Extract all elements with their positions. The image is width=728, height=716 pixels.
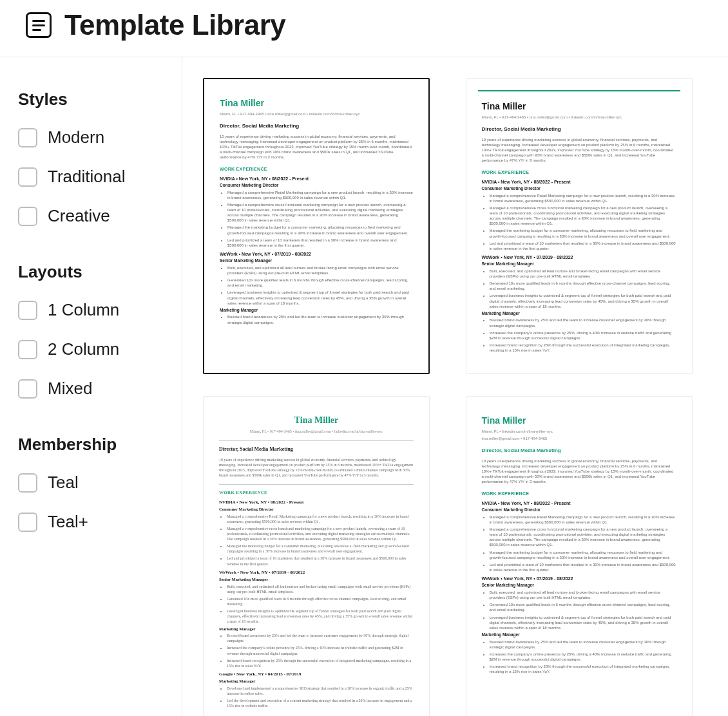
template-card-3[interactable]: Tina Miller Miami, FL • 917-494-3465 • t…: [203, 396, 430, 716]
resume-bullet: Managed a comprehensive cross functional…: [227, 526, 414, 542]
resume-bullet: Increased the company's online presence …: [490, 652, 676, 662]
resume-job-title: Senior Marketing Manager: [482, 261, 676, 267]
resume-bullet: Managed a comprehensive cross functional…: [227, 202, 413, 223]
filter-heading-styles: Styles: [18, 90, 164, 109]
filter-option-creative[interactable]: Creative: [18, 206, 164, 226]
checkbox-icon: [18, 513, 37, 532]
resume-job-line: NVIDIA • New York, NY • 08/2022 - Presen…: [482, 179, 676, 185]
resume-job-title: Consumer Marketing Director: [482, 186, 676, 192]
filter-option-2column[interactable]: 2 Column: [18, 339, 164, 359]
resume-bullet: Managed a comprehensive cross functional…: [490, 527, 676, 547]
resume-role: Director, Social Media Marketing: [482, 126, 676, 133]
resume-job-title: Marketing Manager: [219, 626, 414, 632]
resume-role: Director, Social Media Marketing: [219, 446, 414, 453]
accent-line: [478, 90, 680, 91]
filter-group-layouts: Layouts 1 Column 2 Column Mixed: [18, 262, 164, 399]
resume-bullet: Increased brand recognition by 25% throu…: [227, 658, 414, 668]
filter-label: Modern: [48, 127, 104, 147]
checkbox-icon: [18, 473, 37, 493]
resume-role: Director, Social Media Marketing: [220, 123, 413, 130]
resume-bullet: Led and prioritized a team of 10 markete…: [227, 556, 414, 566]
checkbox-icon: [18, 207, 37, 226]
resume-bullet: Leveraged business insights to optimized…: [227, 608, 414, 624]
filter-option-tealplus[interactable]: Teal+: [18, 512, 164, 532]
resume-bullet: Led and prioritized a team of 10 markete…: [490, 241, 676, 251]
filter-sidebar: Styles Modern Traditional Creative Layou…: [0, 57, 182, 716]
resume-job-line: Google • New York, NY • 04/2015 - 07/201…: [219, 672, 414, 677]
filter-option-teal[interactable]: Teal: [18, 473, 164, 493]
resume-bullet: Led and prioritized a team of 10 markete…: [490, 562, 676, 572]
resume-bullet: Led and prioritized a team of 10 markete…: [227, 238, 413, 248]
resume-bullet: Built, executed, and optimized all lead …: [490, 590, 676, 600]
resume-job-line: NVIDIA • New York, NY • 08/2022 - Presen…: [482, 500, 676, 506]
checkbox-icon: [18, 379, 37, 399]
resume-summary: 10 years of experience driving marketing…: [482, 458, 676, 484]
filter-label: Teal: [48, 473, 79, 493]
resume-job-title: Senior Marketing Manager: [482, 583, 676, 589]
resume-job-line: NVIDIA • New York, NY • 08/2022 - Presen…: [219, 500, 414, 505]
resume-job-title: Consumer Marketing Director: [482, 507, 676, 513]
resume-section-heading: WORK EXPERIENCE: [219, 490, 414, 496]
resume-bullet: Generated 10x more qualified leads in 6 …: [490, 281, 676, 291]
resume-job-title: Marketing Manager: [219, 679, 414, 684]
filter-group-membership: Membership Teal Teal+: [18, 435, 164, 532]
resume-bullet: Increased brand recognition by 25% throu…: [490, 664, 676, 674]
resume-job-title: Marketing Manager: [482, 311, 676, 317]
resume-section-heading: WORK EXPERIENCE: [482, 491, 676, 496]
resume-role: Director, Social Media Marketing: [482, 448, 676, 455]
resume-bullet: Boosted brand awareness by 25% and led t…: [227, 633, 414, 643]
resume-job-title: Consumer Marketing Director: [219, 507, 414, 513]
divider: [219, 484, 414, 485]
resume-bullet: Managed a comprehensive cross functional…: [490, 205, 676, 226]
resume-job-line: NVIDIA • New York, NY • 08/2022 - Presen…: [220, 176, 413, 182]
filter-option-1column[interactable]: 1 Column: [18, 300, 164, 320]
filter-option-traditional[interactable]: Traditional: [18, 167, 164, 187]
resume-job-title: Consumer Marketing Director: [220, 183, 413, 189]
filter-label: Mixed: [48, 379, 92, 399]
resume-bullet: Boosted brand awareness by 25% and led t…: [490, 317, 676, 328]
resume-contact: tina.miller@gmail.com • 917-494-3465: [482, 436, 676, 441]
template-card-2[interactable]: Tina Miller Miami, FL • 917-494-3465 • t…: [466, 78, 693, 374]
library-icon: [26, 12, 52, 38]
resume-name: Tina Miller: [219, 415, 414, 427]
resume-bullet: Built, executed, and optimized all lead …: [227, 265, 413, 276]
template-card-1[interactable]: Tina Miller Miami, FL • 917-494-3465 • t…: [203, 78, 430, 374]
checkbox-icon: [18, 301, 37, 320]
filter-label: 1 Column: [48, 300, 119, 320]
filter-heading-layouts: Layouts: [18, 262, 164, 282]
resume-summary: 10 years of experience driving marketing…: [482, 137, 676, 163]
resume-bullet: Boosted brand awareness by 25% and led t…: [490, 639, 676, 650]
resume-bullet: Leveraged business insights to optimized…: [490, 293, 676, 308]
checkbox-icon: [18, 167, 37, 187]
resume-name: Tina Miller: [482, 415, 676, 427]
resume-bullet: Managed the marketing budget for a consu…: [227, 543, 414, 554]
resume-bullet: Increased the company's online presence …: [227, 645, 414, 655]
resume-summary: 10 years of experience driving marketing…: [220, 134, 413, 160]
resume-bullet: Increased brand recognition by 25% throu…: [490, 343, 676, 353]
filter-option-modern[interactable]: Modern: [18, 127, 164, 147]
filter-label: Teal+: [48, 512, 88, 532]
page-header: Template Library: [0, 0, 728, 57]
filter-label: 2 Column: [48, 339, 119, 359]
resume-bullet: Boosted brand awareness by 25% and led t…: [227, 314, 413, 325]
template-card-4[interactable]: Tina Miller Miami, FL • linkedin.com/in/…: [466, 396, 693, 716]
resume-bullet: Managed the marketing budget for a consu…: [490, 550, 676, 560]
filter-label: Creative: [48, 206, 110, 226]
resume-job-line: WeWork • New York, NY • 07/2019 - 08/202…: [219, 570, 414, 576]
resume-job-title: Senior Marketing Manager: [220, 258, 413, 264]
divider: [219, 440, 414, 441]
resume-job-line: WeWork • New York, NY • 07/2019 - 08/202…: [220, 251, 413, 257]
resume-bullet: Developed and implemented a comprehensiv…: [227, 686, 414, 696]
resume-contact: Miami, FL • linkedin.com/in/tina-miller-…: [482, 429, 676, 434]
resume-bullet: Managed a comprehensive Retail Marketing…: [490, 193, 676, 203]
resume-section-heading: WORK EXPERIENCE: [220, 166, 413, 172]
resume-bullet: Generated 10x more qualified leads in 6 …: [490, 602, 676, 612]
filter-group-styles: Styles Modern Traditional Creative: [18, 90, 164, 226]
filter-option-mixed[interactable]: Mixed: [18, 379, 164, 399]
resume-contact: Miami, FL • 917-494-3465 • tina.miller@g…: [219, 429, 414, 434]
resume-bullet: Built, executed, and optimized all lead …: [490, 268, 676, 279]
resume-job-title: Senior Marketing Manager: [219, 577, 414, 583]
checkbox-icon: [18, 340, 37, 359]
resume-job-line: WeWork • New York, NY • 07/2019 - 08/202…: [482, 576, 676, 581]
checkbox-icon: [18, 128, 37, 147]
